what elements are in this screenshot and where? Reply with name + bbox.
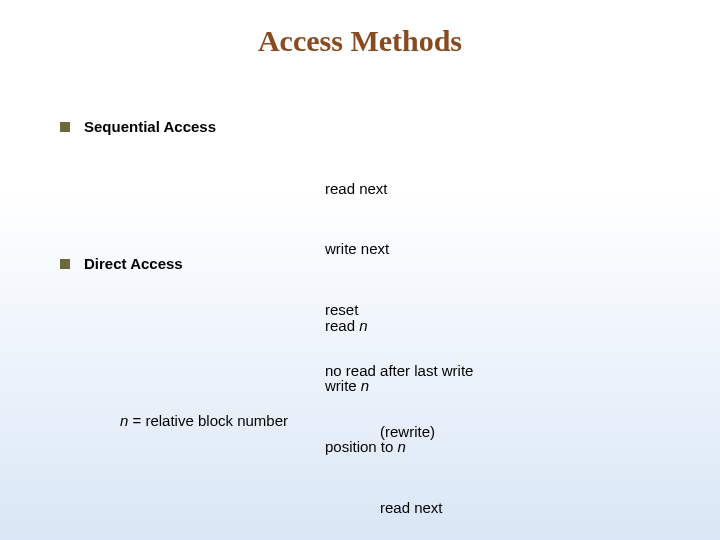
op-read-n: read n: [325, 316, 444, 336]
slide-title: Access Methods: [0, 24, 720, 58]
bullet-direct: Direct Access: [60, 255, 183, 272]
op-direct-read-next: read next: [325, 498, 444, 518]
bullet-square-icon: [60, 122, 70, 132]
op-read-next: read next: [325, 179, 473, 199]
op-position-to-n: position to n: [325, 437, 444, 457]
footnote: n = relative block number: [120, 412, 288, 429]
bullet-square-icon: [60, 259, 70, 269]
op-write-next: write next: [325, 239, 473, 259]
bullet-direct-label: Direct Access: [84, 255, 183, 272]
op-write-n: write n: [325, 376, 444, 396]
bullet-sequential-label: Sequential Access: [84, 118, 216, 135]
bullet-sequential: Sequential Access: [60, 118, 216, 135]
slide: Access Methods Sequential Access read ne…: [0, 0, 720, 540]
direct-ops: read n write n position to n read next w…: [325, 275, 444, 540]
